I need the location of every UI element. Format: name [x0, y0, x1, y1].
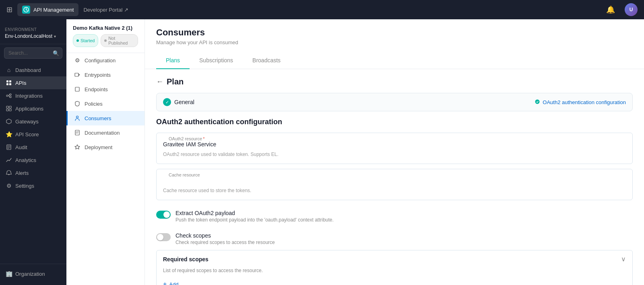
- svg-rect-11: [9, 109, 11, 111]
- api-title: Demo Kafka Native 2 (1): [73, 25, 138, 31]
- sidebar-item-dashboard[interactable]: ⌂ Dashboard: [0, 64, 66, 76]
- svg-marker-12: [6, 119, 11, 124]
- sub-nav-consumers[interactable]: Consumers: [66, 111, 144, 125]
- cache-resource-label: Cache resource: [167, 172, 202, 177]
- sub-nav-entrypoints[interactable]: Entrypoints: [66, 68, 144, 82]
- sidebar-bottom: 🏢 Organization: [0, 264, 66, 280]
- toggle-thumb-extract: [163, 211, 170, 218]
- required-scopes-hint: List of required scopes to access the re…: [163, 268, 626, 273]
- configuration-icon: ⚙: [74, 57, 80, 64]
- check-scopes-toggle[interactable]: [156, 233, 171, 241]
- add-scope-button[interactable]: + Add: [163, 278, 626, 285]
- check-scopes-desc: Check required scopes to access the reso…: [175, 240, 633, 245]
- plan-section-left: ✓ General: [163, 98, 194, 106]
- brand-icon: [22, 6, 30, 14]
- notifications-bell-icon[interactable]: 🔔: [606, 5, 615, 14]
- extract-oauth-label: Extract OAuth2 payload: [175, 210, 633, 216]
- svg-rect-1: [6, 80, 8, 82]
- entrypoints-icon: [74, 72, 80, 78]
- svg-rect-4: [9, 83, 11, 85]
- extract-oauth-toggle[interactable]: [156, 211, 171, 219]
- tab-broadcasts[interactable]: Broadcasts: [243, 52, 290, 69]
- sub-sidebar: Demo Kafka Native 2 (1) Started Not Publ…: [66, 19, 145, 285]
- sidebar-item-audit[interactable]: Audit: [0, 141, 66, 154]
- add-icon: +: [163, 281, 167, 285]
- extract-oauth-content: Extract OAuth2 payload Push the token en…: [175, 210, 633, 223]
- plan-general-section: ✓ General OAuth2 authentication configur…: [156, 93, 633, 111]
- oauth-resource-value: Gravitee IAM Service: [163, 139, 626, 148]
- required-scopes-body: List of required scopes to access the re…: [157, 268, 632, 285]
- sub-nav-policies[interactable]: Policies: [66, 96, 144, 111]
- oauth-resource-card: OAuth2 resource Gravitee IAM Service OAu…: [156, 133, 633, 164]
- tab-plans[interactable]: Plans: [156, 52, 190, 69]
- navbar: ⊞ API Management Developer Portal ↗ 🔔 U: [0, 0, 644, 19]
- documentation-icon: [74, 129, 80, 136]
- sub-nav-configuration[interactable]: ⚙ Configuration: [66, 53, 144, 68]
- cache-resource-field: Cache resource: [163, 176, 626, 185]
- external-link-icon: ↗: [124, 7, 128, 13]
- required-scopes-header[interactable]: Required scopes ∨: [157, 250, 632, 268]
- cache-resource-hint: Cache resource used to store the tokens.: [163, 188, 626, 193]
- tab-subscriptions[interactable]: Subscriptions: [190, 52, 243, 69]
- organization-icon: 🏢: [6, 271, 12, 277]
- content-area: ← Plan ✓ General OAuth2 authentication c…: [145, 69, 644, 285]
- dashboard-icon: ⌂: [6, 67, 12, 73]
- sidebar-item-alerts[interactable]: Alerts: [0, 166, 66, 179]
- toggle-slider-extract: [156, 211, 171, 219]
- svg-rect-8: [6, 106, 8, 108]
- sidebar-item-organization[interactable]: 🏢 Organization: [0, 267, 66, 280]
- back-nav: ← Plan: [156, 77, 633, 86]
- navbar-portal-link[interactable]: Developer Portal ↗: [83, 7, 128, 13]
- sidebar-item-analytics[interactable]: Analytics: [0, 154, 66, 166]
- svg-point-18: [535, 99, 540, 104]
- sub-nav-deployment[interactable]: Deployment: [66, 140, 144, 154]
- navbar-brand-label: API Management: [33, 7, 74, 13]
- search-bar: 🔍: [4, 47, 62, 59]
- sub-nav-endpoints[interactable]: Endpoints: [66, 82, 144, 96]
- oauth-resource-label: OAuth2 resource: [167, 136, 206, 141]
- env-selector[interactable]: Environment Env-LondonLocalHost ▾: [0, 24, 66, 44]
- grid-icon[interactable]: ⊞: [6, 5, 12, 14]
- plan-check-icon: ✓: [163, 98, 171, 106]
- oauth-resource-hint: OAuth2 resource used to validate token. …: [163, 152, 626, 157]
- integrations-icon: [6, 92, 12, 99]
- svg-rect-17: [75, 130, 79, 135]
- plan-title: Plan: [167, 77, 184, 86]
- sidebar: Environment Env-LondonLocalHost ▾ 🔍 ⌂ Da…: [0, 19, 66, 285]
- check-scopes-row: Check scopes Check required scopes to ac…: [156, 228, 633, 250]
- sidebar-item-applications[interactable]: Applications: [0, 102, 66, 115]
- applications-icon: [6, 105, 12, 112]
- sidebar-item-api-score[interactable]: ⭐ API Score: [0, 128, 66, 141]
- settings-icon: ⚙: [6, 182, 12, 189]
- env-name[interactable]: Env-LondonLocalHost ▾: [5, 33, 62, 39]
- extract-oauth-desc: Push the token endpoint payload into the…: [175, 217, 633, 223]
- badge-dot-not-published: [104, 39, 107, 42]
- toggle-thumb-scopes: [157, 234, 163, 240]
- badge-dot-started: [76, 39, 79, 42]
- gateways-icon: [6, 118, 12, 125]
- svg-point-16: [76, 116, 78, 118]
- svg-rect-2: [9, 80, 11, 82]
- cache-resource-card: Cache resource Cache resource used to st…: [156, 169, 633, 200]
- sidebar-item-apis[interactable]: APIs: [0, 76, 66, 89]
- svg-point-5: [6, 95, 8, 96]
- sidebar-item-settings[interactable]: ⚙ Settings: [0, 179, 66, 192]
- page-header: Consumers Manage how your API is consume…: [145, 19, 644, 69]
- plan-section-right[interactable]: OAuth2 authentication configuration: [535, 99, 626, 106]
- env-label: Environment: [5, 27, 62, 32]
- analytics-icon: [6, 157, 12, 163]
- plan-section-label: General: [174, 99, 194, 105]
- svg-rect-9: [9, 106, 11, 108]
- api-badges: Started Not Published: [73, 34, 138, 47]
- sidebar-item-integrations[interactable]: Integrations: [0, 89, 66, 102]
- back-arrow-icon[interactable]: ←: [156, 78, 163, 86]
- sub-nav-documentation[interactable]: Documentation: [66, 125, 144, 140]
- main-layout: Environment Env-LondonLocalHost ▾ 🔍 ⌂ Da…: [0, 19, 644, 285]
- consumers-icon: [74, 115, 80, 121]
- svg-rect-3: [6, 83, 8, 85]
- navbar-brand[interactable]: API Management: [17, 3, 78, 16]
- audit-icon: [6, 144, 12, 150]
- sidebar-item-gateways[interactable]: Gateways: [0, 115, 66, 128]
- sub-sidebar-header: Demo Kafka Native 2 (1) Started Not Publ…: [66, 19, 144, 53]
- avatar[interactable]: U: [625, 3, 638, 16]
